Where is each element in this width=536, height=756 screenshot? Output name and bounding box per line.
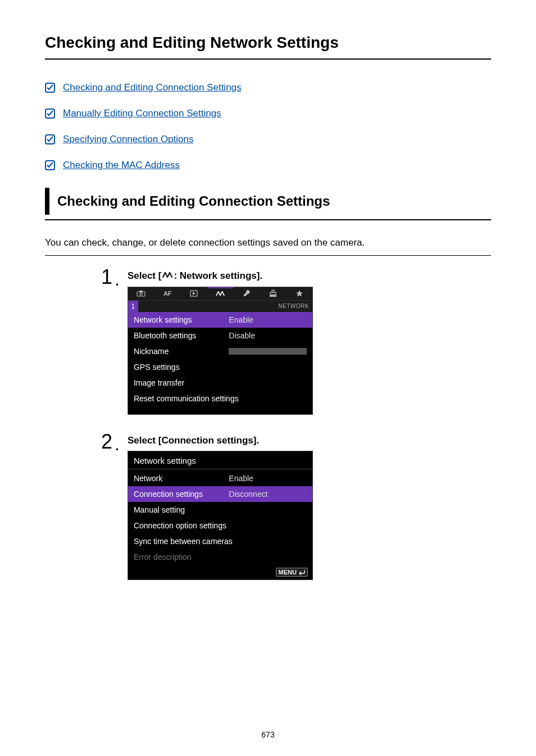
toc: Checking and Editing Connection Settings… xyxy=(45,82,491,171)
menu-row-reset: Reset communication settings xyxy=(128,391,312,406)
step-1-suffix: : Network settings]. xyxy=(174,270,262,281)
toc-link-manually-editing[interactable]: Manually Editing Connection Settings xyxy=(63,108,221,119)
section-heading-block: Checking and Editing Connection Settings xyxy=(45,188,491,215)
step-dot: . xyxy=(115,435,120,453)
sub-tab-number: 1 xyxy=(128,301,138,312)
menu-row-manual-setting: Manual setting xyxy=(128,502,312,518)
toc-item: Manually Editing Connection Settings xyxy=(45,108,491,119)
camera-menu-screenshot-2: Network settings Network Enable Connecti… xyxy=(128,451,313,580)
svg-rect-5 xyxy=(270,295,276,297)
menu-value: Enable xyxy=(229,315,307,324)
custom-tab-icon xyxy=(260,287,286,300)
menu-row-connection-settings: Connection settings Disconnect xyxy=(128,486,312,502)
menu-label: Connection settings xyxy=(134,490,229,499)
return-arrow-icon xyxy=(298,569,305,575)
menu-row-network: Network Enable xyxy=(128,470,312,486)
menu-row-bluetooth: Bluetooth settings Disable xyxy=(128,328,312,343)
menu-label: GPS settings xyxy=(134,363,229,372)
menu-value: Enable xyxy=(229,474,307,483)
menu-back-button: MENU xyxy=(276,568,308,577)
menu-row-connection-option: Connection option settings xyxy=(128,518,312,533)
svg-marker-4 xyxy=(193,292,196,295)
star-tab-icon xyxy=(286,287,312,300)
network-icon xyxy=(162,271,172,282)
toc-item: Checking and Editing Connection Settings xyxy=(45,82,491,93)
section-heading: Checking and Editing Connection Settings xyxy=(57,193,491,209)
steps-list: 1 . Select [: Network settings]. AF xyxy=(101,267,491,580)
step-1-prefix: Select [ xyxy=(128,270,161,281)
menu-label: Sync time between cameras xyxy=(134,537,307,546)
menu-label: Manual setting xyxy=(134,505,229,514)
toc-link-mac-address[interactable]: Checking the MAC Address xyxy=(63,160,180,171)
menu-label: Error description xyxy=(134,553,229,562)
menu-label: Image transfer xyxy=(134,378,229,387)
checkbox-icon xyxy=(45,108,55,119)
toc-link-checking-editing-connection[interactable]: Checking and Editing Connection Settings xyxy=(63,82,242,93)
menu-label: Network settings xyxy=(134,315,229,324)
toc-item: Checking the MAC Address xyxy=(45,160,491,171)
menu-label: Reset communication settings xyxy=(134,394,307,403)
checkbox-icon xyxy=(45,83,55,93)
menu-value: Disconnect xyxy=(229,490,307,499)
menu-row-error-description: Error description xyxy=(128,549,312,565)
menu-button-label: MENU xyxy=(279,569,297,576)
step-2-text: Select [Connection settings]. xyxy=(128,435,313,446)
thin-rule xyxy=(45,255,491,256)
page-title: Checking and Editing Network Settings xyxy=(45,34,491,52)
section-rule xyxy=(45,219,491,220)
camera-menu-screenshot-1: AF 1 NETWORK Network settings Enable xyxy=(128,287,313,415)
menu-value: Disable xyxy=(229,331,307,340)
step-number: 1 xyxy=(101,267,112,287)
menu-row-network-settings: Network settings Enable xyxy=(128,312,312,328)
network-tab-icon xyxy=(207,287,234,300)
wrench-tab-icon xyxy=(233,287,260,300)
page-number: 673 xyxy=(0,730,536,739)
menu-label: Connection option settings xyxy=(134,521,307,530)
toc-item: Specifying Connection Options xyxy=(45,134,491,145)
intro-text: You can check, change, or delete connect… xyxy=(45,237,491,248)
step-1-text: Select [: Network settings]. xyxy=(128,270,313,282)
screen-title: Network settings xyxy=(128,451,312,469)
screen-footer: MENU xyxy=(128,565,312,580)
menu-row-sync-time: Sync time between cameras xyxy=(128,533,312,549)
svg-rect-7 xyxy=(270,292,276,295)
screen-divider xyxy=(128,469,312,469)
menu-row-gps: GPS settings xyxy=(128,359,312,375)
svg-marker-8 xyxy=(296,290,303,297)
step-number: 2 xyxy=(101,432,112,452)
menu-label: Nickname xyxy=(134,347,229,356)
checkbox-icon xyxy=(45,160,55,170)
menu-value-masked xyxy=(229,348,307,355)
svg-rect-1 xyxy=(139,291,143,292)
step-1: 1 . Select [: Network settings]. AF xyxy=(101,267,491,415)
title-rule xyxy=(45,58,491,60)
menu-label: Network xyxy=(134,474,229,483)
toc-link-specifying-options[interactable]: Specifying Connection Options xyxy=(63,134,193,145)
sub-tab-row: 1 NETWORK xyxy=(128,301,312,312)
menu-row-nickname: Nickname xyxy=(128,343,312,359)
sub-tab-label: NETWORK xyxy=(278,303,309,309)
tab-row: AF xyxy=(128,287,312,301)
svg-point-2 xyxy=(140,293,142,295)
camera-tab-icon xyxy=(128,287,155,300)
playback-tab-icon xyxy=(181,287,207,300)
checkbox-icon xyxy=(45,134,55,144)
menu-label: Bluetooth settings xyxy=(134,331,229,340)
af-tab-icon: AF xyxy=(155,287,181,300)
step-2: 2 . Select [Connection settings]. Networ… xyxy=(101,432,491,580)
step-dot: . xyxy=(115,270,120,288)
menu-row-image-transfer: Image transfer xyxy=(128,375,312,391)
